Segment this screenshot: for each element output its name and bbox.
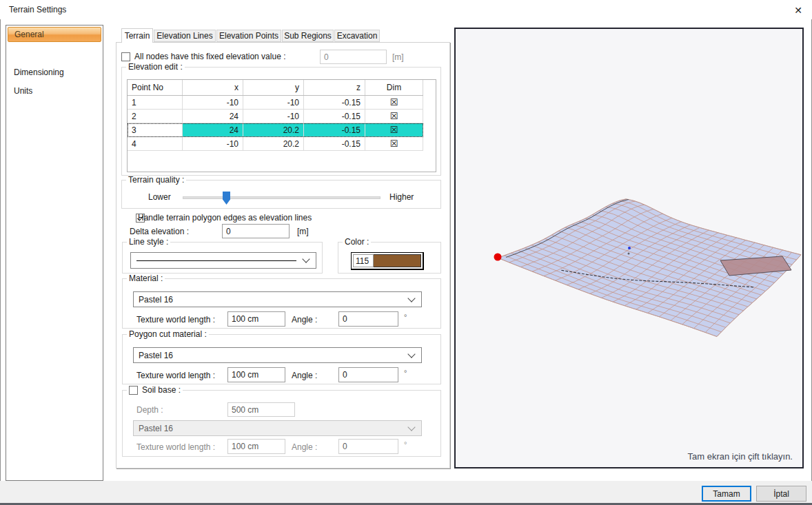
elevation-table: Point No x y z Dim 1 -10 -10 -0.15 ☒ 2 2…	[127, 79, 436, 172]
cell-z: -0.15	[304, 123, 365, 136]
dim-checkbox-icon[interactable]: ☒	[365, 110, 423, 123]
cell-x: 24	[183, 123, 243, 136]
preview-caption: Tam ekran için çift tıklayın.	[688, 451, 793, 462]
soil-texture-value: 100 cm	[232, 442, 258, 451]
fixed-elevation-input[interactable]: 0	[320, 50, 387, 64]
ok-button[interactable]: Tamam	[702, 486, 751, 502]
cell-z: -0.15	[304, 96, 365, 109]
soil-material-dropdown[interactable]: Pastel 16	[133, 420, 422, 436]
material-angle-input[interactable]: 0	[338, 311, 398, 327]
color-index: 115	[353, 254, 374, 267]
tab-terrain[interactable]: Terrain	[121, 28, 153, 43]
chevron-down-icon	[407, 294, 415, 302]
close-button[interactable]: ✕	[789, 3, 808, 18]
line-style-sample	[136, 260, 296, 261]
cell-x: -10	[183, 137, 243, 150]
cell-y: -10	[243, 110, 304, 123]
tab-excavation[interactable]: Excavation	[334, 30, 380, 42]
delta-elevation-unit: [m]	[297, 227, 309, 236]
polygon-cut-angle-value: 0	[343, 370, 347, 380]
tab-label: Elevation Points	[219, 31, 278, 41]
table-row-selected[interactable]: 3 24 20.2 -0.15 ☒	[128, 123, 423, 137]
sidebar-item-units[interactable]: Units	[8, 83, 101, 99]
soil-texture-input[interactable]: 100 cm	[227, 439, 285, 454]
terrain-3d-preview[interactable]: Tam ekran için çift tıklayın.	[454, 28, 804, 468]
cell-point-no: 3	[128, 123, 183, 136]
dim-checkbox-icon[interactable]: ☒	[365, 123, 423, 136]
sidebar-item-label: Units	[14, 86, 32, 96]
material-texture-input[interactable]: 100 cm	[227, 311, 285, 327]
cell-y: -10	[243, 96, 304, 109]
fixed-elevation-label: All nodes have this fixed elevation valu…	[134, 52, 285, 61]
soil-base-checkbox[interactable]	[129, 386, 138, 395]
cell-z: -0.15	[304, 110, 365, 123]
polygon-cut-material-value: Pastel 16	[139, 351, 173, 360]
fixed-elevation-checkbox[interactable]	[121, 52, 130, 61]
soil-depth-input[interactable]: 500 cm	[227, 402, 295, 417]
column-header-x: x	[183, 80, 243, 95]
settings-category-list: General Dimensioning Units	[6, 25, 103, 481]
color-swatch	[374, 254, 421, 267]
table-row[interactable]: 1 -10 -10 -0.15 ☒	[128, 96, 423, 110]
material-angle-value: 0	[343, 314, 347, 324]
polygon-cut-legend: Poygon cut material :	[127, 329, 209, 339]
terrain-settings-dialog: Terrain Settings ✕ General Dimensioning …	[0, 0, 812, 505]
terrain-quality-slider-track[interactable]	[183, 196, 380, 199]
cell-point-no: 4	[128, 137, 183, 150]
dim-checkbox-icon[interactable]: ☒	[365, 137, 423, 150]
window-title: Terrain Settings	[9, 5, 66, 14]
delta-elevation-input[interactable]: 0	[222, 224, 290, 238]
fixed-elevation-value: 0	[324, 52, 329, 62]
column-header-dim: Dim	[365, 80, 423, 95]
chevron-down-icon	[407, 423, 415, 431]
tab-label: Terrain	[125, 31, 150, 41]
material-dropdown[interactable]: Pastel 16	[133, 291, 422, 307]
column-header-point-no: Point No	[128, 80, 183, 95]
cancel-button-label: İptal	[773, 489, 789, 499]
slider-min-label: Lower	[148, 192, 171, 202]
material-value: Pastel 16	[139, 295, 173, 305]
polygon-cut-texture-input[interactable]: 100 cm	[227, 367, 285, 382]
cancel-button[interactable]: İptal	[756, 486, 806, 502]
material-texture-value: 100 cm	[232, 314, 258, 324]
sidebar-item-label: General	[14, 30, 44, 39]
soil-angle-input[interactable]: 0	[338, 439, 398, 454]
tab-label: Elevation Lines	[156, 31, 212, 41]
title-bar: Terrain Settings ✕	[0, 0, 812, 19]
polygon-cut-angle-input[interactable]: 0	[338, 367, 398, 382]
table-row[interactable]: 2 24 -10 -0.15 ☒	[128, 110, 423, 123]
polygon-cut-material-dropdown[interactable]: Pastel 16	[133, 347, 422, 363]
slider-max-label: Higher	[389, 192, 414, 202]
polygon-edges-label: Handle terrain polygon edges as elevatio…	[138, 213, 312, 223]
fixed-elevation-unit: [m]	[392, 52, 404, 62]
sidebar-item-dimensioning[interactable]: Dimensioning	[8, 65, 101, 80]
soil-base-label: Soil base :	[142, 385, 181, 395]
dialog-footer	[0, 481, 812, 504]
tab-label: Excavation	[337, 31, 378, 41]
table-row[interactable]: 4 -10 20.2 -0.15 ☒	[128, 137, 423, 151]
dim-checkbox-icon[interactable]: ☒	[365, 96, 423, 109]
close-icon: ✕	[794, 5, 802, 16]
tab-elevation-points[interactable]: Elevation Points	[216, 30, 281, 42]
delta-elevation-label: Delta elevation :	[130, 227, 189, 236]
ok-button-label: Tamam	[713, 489, 740, 499]
terrain-quality-legend: Terrain quality :	[126, 175, 186, 185]
sidebar-item-general[interactable]: General	[8, 27, 101, 42]
soil-depth-value: 500 cm	[232, 405, 258, 415]
sidebar-item-label: Dimensioning	[14, 68, 64, 77]
color-picker[interactable]: 115	[351, 252, 424, 270]
cell-x: -10	[183, 96, 243, 109]
line-style-dropdown[interactable]	[130, 252, 316, 269]
elevation-edit-legend: Elevation edit :	[126, 62, 185, 72]
elevation-table-header: Point No x y z Dim	[128, 80, 423, 96]
soil-base-legend: Soil base :	[127, 385, 183, 395]
polygon-cut-texture-value: 100 cm	[232, 370, 258, 380]
soil-material-value: Pastel 16	[139, 424, 173, 433]
cell-y: 20.2	[243, 137, 304, 150]
chevron-down-icon	[407, 350, 415, 358]
delta-elevation-value: 0	[226, 227, 231, 236]
line-style-legend: Line style :	[127, 237, 170, 247]
tab-sub-regions[interactable]: Sub Regions	[282, 30, 334, 42]
chevron-down-icon	[302, 255, 309, 262]
tab-elevation-lines[interactable]: Elevation Lines	[154, 30, 216, 42]
